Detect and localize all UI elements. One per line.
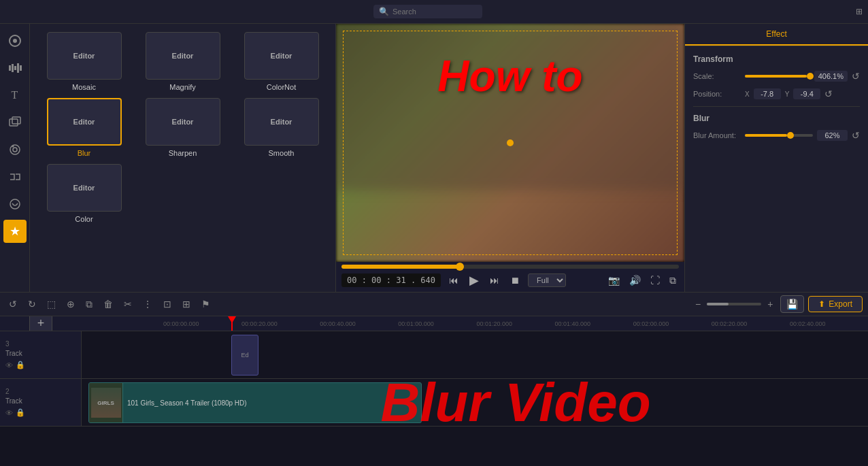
play-button[interactable]: ▶ [467, 271, 482, 289]
progress-fill [341, 265, 460, 269]
svg-rect-3 [12, 64, 14, 72]
svg-rect-2 [9, 65, 11, 71]
clip-thumb-label: GIRLS [97, 400, 114, 406]
blur-reset-icon[interactable]: ↺ [852, 130, 860, 141]
grid-view-icon[interactable]: ⊞ [856, 7, 863, 16]
copy-button[interactable]: ⧉ [82, 297, 96, 312]
effects-grid: Editor Mosaic Editor Magnify Editor Colo… [30, 24, 335, 231]
effect-thumb-mosaic: Editor [47, 32, 122, 80]
search-input[interactable] [393, 7, 474, 16]
ruler-mark-4: 00:01:20.000 [476, 320, 554, 327]
effect-item-blur[interactable]: Editor Blur [38, 98, 130, 157]
ruler-marks: 00:00:00.000 00:00:20.000 00:00:40.000 0… [82, 320, 868, 327]
effect-item-colornot[interactable]: Editor ColorNot [235, 32, 327, 91]
track-label-2: 2 Track 👁 🔒 [0, 379, 82, 426]
transform-section-title: Transform [693, 54, 860, 64]
main-layout: T ★ Editor Mosaic [0, 24, 868, 292]
volume-button[interactable]: 🔊 [627, 273, 644, 288]
x-value[interactable]: -7.8 [754, 88, 781, 99]
track-lock-icon-3[interactable]: 🔒 [16, 361, 25, 369]
sidebar-icon-media[interactable] [3, 29, 27, 52]
blur-slider[interactable] [745, 134, 813, 137]
effect-label-smooth: Smooth [269, 149, 295, 157]
progress-bar[interactable] [341, 265, 679, 269]
delete-button[interactable]: 🗑 [100, 297, 116, 312]
save-project-button[interactable]: 💾 [780, 295, 804, 313]
zoom-select[interactable]: Full [528, 273, 566, 287]
scale-handle[interactable] [807, 73, 814, 80]
effect-item-mosaic[interactable]: Editor Mosaic [38, 32, 130, 91]
y-value[interactable]: -9.4 [793, 88, 820, 99]
zoom-slider[interactable] [707, 303, 761, 305]
scale-row: Scale: 406.1% ↺ [693, 71, 860, 82]
scale-reset-icon[interactable]: ↺ [852, 71, 860, 82]
prev-frame-button[interactable]: ⏮ [446, 273, 461, 287]
video-clip[interactable]: GIRLS 101 Girls_ Season 4 Trailer (1080p… [88, 382, 422, 423]
position-label: Position: [693, 90, 741, 98]
undo-button[interactable]: ↺ [5, 297, 20, 312]
pip-button[interactable]: ⧉ [667, 273, 679, 288]
effect-item-color[interactable]: Editor Color [38, 164, 130, 223]
zoom-in-button[interactable]: + [764, 297, 776, 312]
y-label: Y [785, 90, 790, 98]
blur-overlay [336, 24, 684, 190]
stop-button[interactable]: ⏹ [507, 273, 522, 287]
ruler-mark-1: 00:00:20.000 [241, 320, 320, 327]
ruler-mark-2: 00:00:40.000 [320, 320, 398, 327]
scale-fill [745, 75, 807, 78]
track-content-2: GIRLS 101 Girls_ Season 4 Trailer (1080p… [82, 379, 868, 426]
position-reset-icon[interactable]: ↺ [824, 88, 833, 99]
ruler-mark-3: 00:01:00.000 [398, 320, 476, 327]
top-bar: 🔍 ⊞ [0, 0, 868, 24]
track-lock-icon-2[interactable]: 🔒 [16, 408, 25, 417]
fullscreen-button[interactable]: ⛶ [648, 273, 663, 288]
zoom-out-button[interactable]: − [692, 297, 704, 312]
next-frame-button[interactable]: ⏭ [487, 273, 502, 287]
svg-rect-7 [10, 119, 18, 126]
add-media-button[interactable]: ⊕ [63, 297, 78, 312]
blur-clip[interactable]: Ed [231, 335, 258, 376]
sidebar-icon-audio[interactable] [3, 56, 27, 80]
effect-item-smooth[interactable]: Editor Smooth [235, 98, 327, 157]
track-name-3: Track [5, 350, 76, 357]
scale-value: 406.1% [814, 71, 848, 82]
left-sidebar: T ★ [0, 24, 30, 292]
cut-button[interactable]: ✂ [120, 297, 135, 312]
sidebar-icon-text[interactable]: T [3, 84, 27, 107]
marker-button[interactable]: ⚑ [198, 297, 214, 312]
track-icons-3: 👁 🔒 [5, 361, 76, 369]
split-button[interactable]: ⋮ [139, 297, 156, 312]
export-label: Export [829, 299, 852, 309]
search-box[interactable]: 🔍 [373, 5, 482, 18]
select-tool[interactable]: ⬚ [44, 297, 59, 312]
crop-button[interactable]: ⊡ [160, 297, 175, 312]
video-preview: › How to [336, 24, 684, 262]
sidebar-icon-star[interactable]: ★ [3, 220, 27, 243]
effect-item-magnify[interactable]: Editor Magnify [137, 32, 229, 91]
timeline-playhead[interactable] [231, 316, 233, 331]
export-button[interactable]: ⬆ Export [808, 296, 863, 312]
clip-thumb-inner: GIRLS [91, 388, 121, 418]
track-eye-icon-3[interactable]: 👁 [5, 361, 13, 369]
sidebar-icon-effects[interactable] [3, 138, 27, 161]
progress-handle[interactable] [456, 263, 464, 271]
ctrl-icon-group: 📷 🔊 ⛶ ⧉ [605, 273, 679, 288]
ruler-mark-5: 00:01:40.000 [555, 320, 633, 327]
scale-label: Scale: [693, 72, 741, 80]
resize-button[interactable]: ⊞ [179, 297, 194, 312]
scale-slider[interactable] [745, 75, 810, 78]
screenshot-button[interactable]: 📷 [605, 273, 622, 288]
export-icon: ⬆ [818, 299, 825, 309]
clip-thumbnail: GIRLS [89, 383, 123, 422]
sidebar-icon-transition[interactable] [3, 165, 27, 188]
ruler-mark-7: 00:02:20.000 [712, 320, 790, 327]
clip-title: 101 Girls_ Season 4 Trailer (1080p HD) [123, 399, 251, 407]
sidebar-icon-overlay[interactable] [3, 111, 27, 134]
effect-item-sharpen[interactable]: Editor Sharpen [137, 98, 229, 157]
sidebar-icon-sticker[interactable] [3, 193, 27, 216]
track-eye-icon-2[interactable]: 👁 [5, 409, 13, 417]
redo-button[interactable]: ↻ [24, 297, 39, 312]
blur-handle[interactable] [787, 132, 794, 139]
add-track-button[interactable]: + [29, 316, 52, 331]
tab-effect[interactable]: Effect [685, 24, 868, 46]
